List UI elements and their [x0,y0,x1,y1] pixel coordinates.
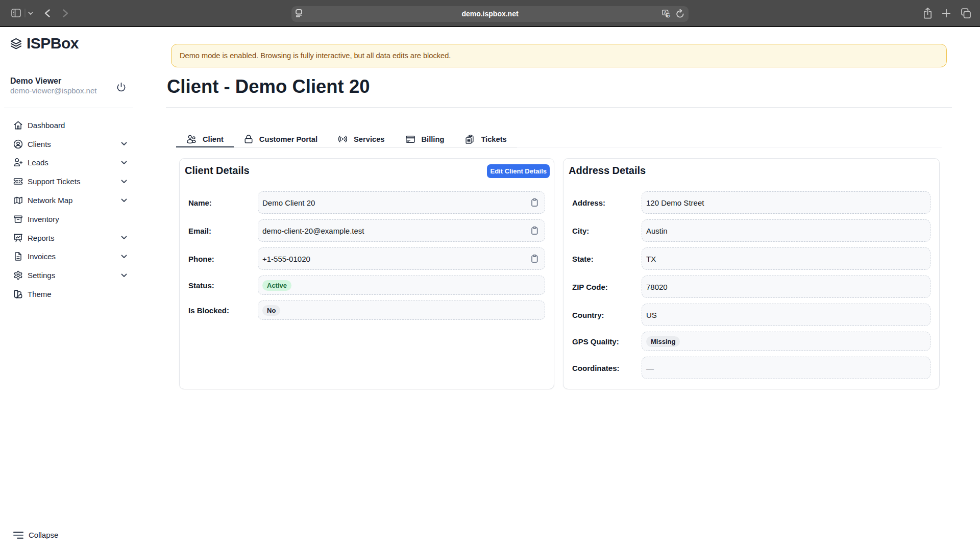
svg-text:文: 文 [666,13,671,18]
